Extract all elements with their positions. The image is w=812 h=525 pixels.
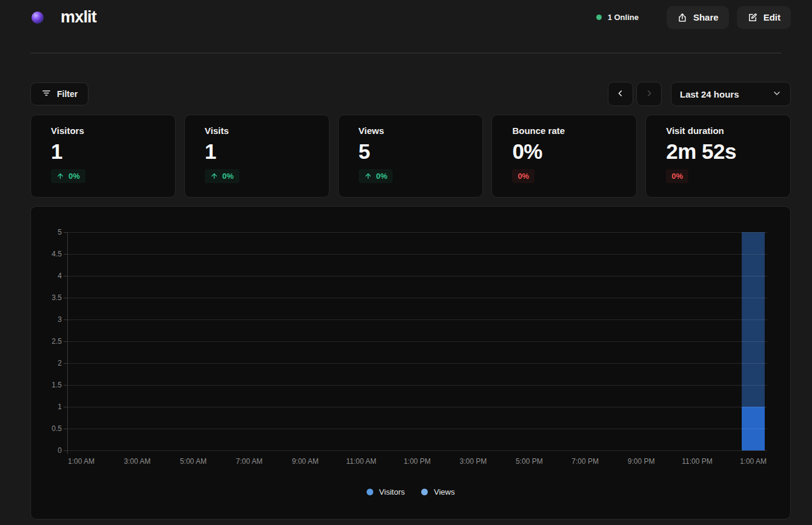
prev-period-button[interactable] (608, 82, 633, 106)
y-axis-label: 2.5 (52, 337, 62, 346)
x-axis-label: 11:00 PM (682, 457, 712, 466)
filter-toolbar: Filter Last 24 hours (30, 82, 791, 106)
metric-change-value: 0% (671, 172, 683, 181)
x-axis-label: 1:00 PM (404, 457, 431, 466)
metric-card-visits: Visits 1 0% (184, 115, 330, 198)
metric-value: 2m 52s (666, 139, 770, 164)
metric-change-value: 0% (376, 172, 388, 181)
metric-card-views: Views 5 0% (338, 115, 484, 198)
site-logo-icon[interactable] (32, 12, 44, 24)
metric-value: 1 (205, 139, 309, 164)
share-icon (677, 12, 688, 23)
y-axis-label: 0 (58, 446, 62, 455)
edit-button[interactable]: Edit (737, 6, 791, 29)
metric-change-badge: 0% (205, 169, 239, 183)
metric-label: Views (359, 125, 463, 136)
edit-icon (747, 12, 758, 23)
y-axis-label: 0.5 (52, 424, 62, 433)
x-axis-label: 7:00 PM (571, 457, 599, 466)
metric-value: 1 (51, 139, 155, 164)
x-axis-label: 3:00 PM (460, 457, 487, 466)
metric-change-value: 0% (222, 172, 234, 181)
x-axis-label: 9:00 AM (292, 457, 319, 466)
legend-item-views[interactable]: Views (421, 487, 454, 497)
y-axis-label: 3.5 (52, 293, 62, 302)
metric-change-badge: 0% (666, 169, 688, 183)
metric-value: 0% (512, 139, 616, 164)
gridline (67, 232, 767, 233)
y-axis-label: 4.5 (52, 250, 62, 258)
date-range-value: Last 24 hours (680, 89, 739, 99)
date-range-select[interactable]: Last 24 hours (671, 82, 791, 106)
chart-legend: VisitorsViews (31, 487, 790, 497)
gridline (67, 341, 767, 342)
legend-item-visitors[interactable]: Visitors (367, 487, 405, 497)
next-period-button[interactable] (636, 82, 662, 106)
metric-card-visitors: Visitors 1 0% (30, 115, 176, 198)
chart-plot: 00.511.522.533.544.551:00 AM3:00 AM5:00 … (67, 232, 767, 450)
arrow-up-icon (364, 172, 372, 180)
y-axis-label: 2 (58, 359, 62, 367)
chevron-right-icon (644, 89, 654, 100)
gridline (67, 319, 767, 320)
metric-label: Visit duration (666, 125, 770, 136)
metric-label: Visitors (51, 125, 155, 136)
metric-value: 5 (359, 139, 463, 164)
x-axis-label: 9:00 PM (628, 457, 655, 466)
metric-change-badge: 0% (51, 169, 85, 183)
edit-button-label: Edit (764, 12, 780, 22)
metric-change-value: 0% (517, 172, 529, 181)
header-divider (30, 53, 782, 53)
x-axis-label: 1:00 AM (740, 457, 767, 466)
top-header: mxlit 1 Online Share Edit (0, 0, 812, 35)
arrow-up-icon (56, 172, 64, 180)
y-axis-label: 1.5 (52, 381, 62, 389)
gridline (67, 298, 767, 298)
gridline (67, 450, 767, 451)
y-axis-label: 5 (58, 228, 62, 236)
metric-change-value: 0% (68, 172, 80, 181)
gridline (67, 276, 767, 276)
x-axis-label: 11:00 AM (346, 457, 376, 466)
y-axis-label: 1 (58, 403, 62, 411)
site-title: mxlit (61, 8, 96, 27)
y-axis-label: 3 (58, 315, 62, 324)
gridline (67, 363, 767, 364)
online-status: 1 Online (596, 13, 639, 22)
metric-label: Bounce rate (512, 125, 616, 136)
gridline (67, 254, 767, 255)
filter-button-label: Filter (57, 89, 78, 99)
x-axis-label: 3:00 AM (124, 457, 150, 466)
chevron-down-icon (772, 89, 782, 100)
x-axis-label: 5:00 PM (516, 457, 543, 466)
gridline (67, 429, 767, 429)
online-count: 1 Online (608, 13, 639, 22)
y-axis-label: 4 (58, 272, 62, 280)
bar-visitors[interactable] (742, 407, 765, 450)
chevron-left-icon (616, 89, 625, 100)
legend-dot-icon (367, 489, 373, 495)
metric-change-badge: 0% (359, 169, 393, 183)
metric-card-visit-duration: Visit duration 2m 52s 0% (645, 115, 791, 198)
legend-dot-icon (421, 489, 428, 495)
gridline (67, 385, 767, 386)
share-button-label: Share (693, 12, 719, 22)
legend-label: Visitors (379, 487, 405, 497)
metric-card-bounce-rate: Bounce rate 0% 0% (491, 115, 637, 198)
share-button[interactable]: Share (667, 6, 729, 29)
x-axis-label: 7:00 AM (236, 457, 262, 466)
y-axis-line (67, 232, 68, 454)
traffic-chart-card: 00.511.522.533.544.551:00 AM3:00 AM5:00 … (30, 206, 791, 520)
legend-label: Views (434, 487, 454, 497)
arrow-up-icon (210, 172, 218, 180)
x-axis-label: 1:00 AM (68, 457, 95, 466)
filter-button[interactable]: Filter (30, 82, 88, 105)
metric-label: Visits (205, 125, 309, 136)
x-axis-label: 5:00 AM (180, 457, 207, 466)
metric-change-badge: 0% (512, 169, 534, 183)
online-dot-icon (596, 15, 602, 20)
metrics-row: Visitors 1 0% Visits 1 0% Views 5 0% Bou… (30, 115, 791, 198)
filter-icon (41, 88, 52, 100)
gridline (67, 407, 767, 407)
